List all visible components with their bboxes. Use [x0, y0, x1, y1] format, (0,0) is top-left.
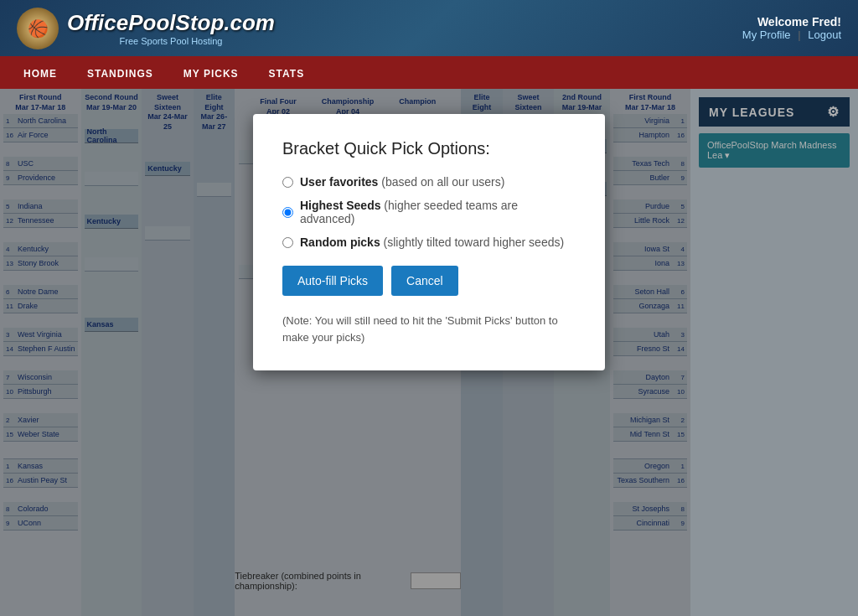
option3-label[interactable]: Random picks (slightly tilted toward hig… [282, 236, 576, 249]
option3-radio[interactable] [282, 237, 293, 248]
option1-rest: (based on all our users) [378, 175, 504, 189]
logout-link[interactable]: Logout [808, 28, 841, 41]
dialog: Bracket Quick Pick Options: User favorit… [253, 114, 605, 370]
nav-my-picks[interactable]: MY PICKS [168, 59, 254, 89]
dialog-title: Bracket Quick Pick Options: [282, 139, 576, 158]
navigation: HOME STANDINGS MY PICKS STATS [0, 59, 858, 89]
modal-overlay: Bracket Quick Pick Options: User favorit… [0, 89, 858, 616]
logo-subtitle: Free Sports Pool Hosting [67, 36, 275, 46]
cancel-button[interactable]: Cancel [391, 266, 458, 296]
option2-radio[interactable] [282, 207, 293, 218]
logo-text: OfficePoolStop.com Free Sports Pool Host… [67, 10, 275, 46]
logo-title: OfficePoolStop.com [67, 10, 275, 36]
my-profile-link[interactable]: My Profile [742, 28, 791, 41]
header: 🏀 OfficePoolStop.com Free Sports Pool Ho… [0, 0, 858, 59]
option2-bold: Highest Seeds [300, 199, 380, 212]
header-user: Welcome Fred! My Profile | Logout [742, 15, 841, 41]
logo-area: 🏀 OfficePoolStop.com Free Sports Pool Ho… [17, 8, 275, 49]
dialog-note: (Note: You will still need to hit the 'S… [282, 313, 576, 345]
option1-bold: User favorites [300, 175, 378, 189]
nav-stats[interactable]: STATS [254, 59, 320, 89]
autofill-button[interactable]: Auto-fill Picks [282, 266, 383, 296]
header-links: My Profile | Logout [742, 28, 841, 41]
dialog-buttons: Auto-fill Picks Cancel [282, 266, 576, 296]
nav-home[interactable]: HOME [8, 59, 72, 89]
logo-icon: 🏀 [17, 8, 59, 49]
option2-label[interactable]: Highest Seeds (higher seeded teams are a… [282, 199, 576, 225]
welcome-text: Welcome Fred! [742, 15, 841, 28]
pipe-divider: | [798, 28, 800, 41]
option1-radio[interactable] [282, 177, 293, 188]
option1-label[interactable]: User favorites (based on all our users) [282, 175, 576, 189]
option3-rest: (slightly tilted toward higher seeds) [380, 236, 564, 249]
option3-bold: Random picks [300, 236, 380, 249]
main-content: First RoundMar 17-Mar 18 1North Carolina… [0, 89, 858, 616]
nav-standings[interactable]: STANDINGS [72, 59, 168, 89]
